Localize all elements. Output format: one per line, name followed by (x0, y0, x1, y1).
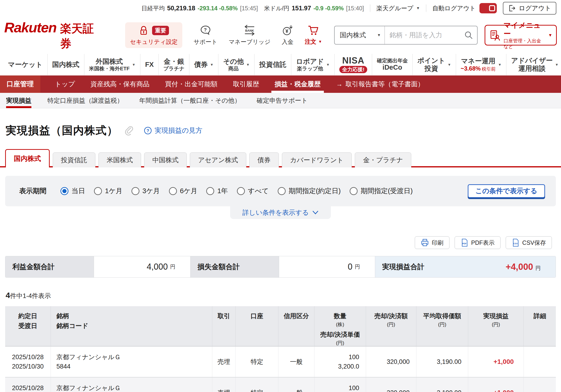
rate-note: 税引前 (482, 66, 496, 72)
loss-total-label: 損失金額合計 (191, 256, 279, 277)
caret-down-icon: ▼ (132, 63, 135, 66)
nav-other-products[interactable]: その他商品 ▼ (218, 54, 254, 75)
radio-dot (169, 187, 177, 195)
tab-us-stock[interactable]: 米国株式 (98, 152, 141, 167)
search-category-select[interactable]: 国内株式 ▼ (335, 26, 385, 44)
subtab-annual-pl-calc[interactable]: 年間損益計算（一般口座・その他） (139, 93, 241, 108)
period-options: 当日 1ケ月 3ケ月 6ケ月 1年 すべて 期間指定(約定日) 期間指定(受渡日… (60, 186, 413, 196)
nav-foreign-stock[interactable]: 外国株式米国株・海外ETF ▼ (84, 54, 140, 75)
detailed-conditions-label: 詳しい条件を表示する (242, 208, 309, 217)
export-actions: 印刷 PDF PDF表示 CSV CSV保存 (0, 236, 552, 249)
nav-mutual-funds[interactable]: 投資信託 (254, 54, 291, 75)
result-count: 4件中1-4件表示 (6, 291, 561, 300)
tab-gold-platinum[interactable]: 金・プラチナ (355, 152, 411, 167)
top-utility-bar: 日経平均 50,219.18 -293.14 -0.58% [15:45] 米ド… (0, 0, 561, 16)
rakuten-group-menu[interactable]: 楽天グループ ▼ (376, 4, 420, 12)
paperclip-icon (124, 125, 134, 136)
radio-range-settle-date[interactable]: 期間指定(受渡日) (350, 186, 413, 196)
radio-dot (278, 187, 286, 195)
tab-covered-warrants[interactable]: カバードワラント (282, 152, 352, 167)
logo-shoken: 楽天証券 (60, 21, 100, 51)
moneybridge-link[interactable]: BANK マネーブリッジ (229, 25, 271, 46)
header-quick-links: 重要 セキュリティ設定 ? サポート BANK マネーブリッジ ¥ 入金 (125, 22, 322, 48)
radio-3months[interactable]: 3ケ月 (131, 186, 160, 196)
account-nav-balance[interactable]: 資産残高・保有商品 (90, 76, 150, 93)
tab-mutual-funds[interactable]: 投資信託 (53, 152, 95, 167)
nav-ideco[interactable]: 確定拠出年金iDeCo (372, 54, 412, 75)
logout-button[interactable]: ログアウト (503, 2, 556, 14)
subtab-realized-pl[interactable]: 実現損益 (6, 93, 32, 108)
question-circle-icon: ? (144, 127, 152, 135)
caret-down-icon: ▼ (210, 63, 214, 66)
support-link[interactable]: ? サポート (194, 25, 217, 46)
page-title: 実現損益（国内株式） (6, 123, 118, 138)
cell-margin-type: 一般 (278, 346, 314, 377)
tab-asean-stock[interactable]: アセアン株式 (190, 152, 246, 167)
print-button[interactable]: 印刷 (415, 236, 449, 249)
account-nav-trade-history[interactable]: 取引履歴 (233, 76, 259, 93)
apply-filter-button[interactable]: この条件で表示する (468, 184, 545, 198)
radio-dot (206, 187, 214, 195)
auto-logout-toggle[interactable] (479, 3, 497, 13)
account-nav-pl-tax-history[interactable]: 損益・税金履歴 (275, 76, 321, 93)
account-nav-items: トップ 資産残高・保有商品 買付・出金可能額 取引履歴 損益・税金履歴 → 取引… (40, 76, 424, 93)
usdjpy-change: -0.9 -0.59% (313, 5, 344, 12)
nav-roboadvisor[interactable]: ロボアド楽ラップ他 ▼ (291, 54, 334, 75)
chevron-down-icon (312, 210, 319, 215)
account-nav-trade-reports[interactable]: → 取引報告書等（電子書面） (336, 76, 424, 93)
radio-today[interactable]: 当日 (60, 186, 85, 196)
tab-bonds[interactable]: 債券 (249, 152, 279, 167)
csv-button[interactable]: CSV CSV保存 (506, 236, 552, 249)
nav-nisa[interactable]: NISA全力応援! (334, 54, 372, 75)
cell-trade: 売埋 (212, 346, 236, 377)
title-row: 実現損益（国内株式） ? 実現損益の見方 (6, 123, 561, 138)
order-menu[interactable]: 注文 ▼ (305, 25, 322, 45)
rate-value: ~3.68% (461, 65, 481, 72)
printer-icon (421, 239, 429, 247)
svg-text:CSV: CSV (513, 242, 518, 245)
radio-1year[interactable]: 1年 (206, 186, 228, 196)
tab-china-stock[interactable]: 中国株式 (144, 152, 187, 167)
pdf-icon: PDF (461, 239, 468, 247)
profit-total-label: 利益金額合計 (5, 256, 94, 277)
radio-dot (350, 187, 358, 195)
my-menu-button[interactable]: マイメニュー 口座管理・入出金など ▼ (485, 25, 557, 45)
table-header-row: 約定日受渡日 銘柄銘柄コード 取引 口座 信用区分 数量(株) 売却/決済単価(… (5, 306, 556, 346)
nav-bonds[interactable]: 債券 ▼ (189, 54, 218, 75)
radio-all[interactable]: すべて (237, 186, 269, 196)
radio-range-trade-date[interactable]: 期間指定(約定日) (278, 186, 341, 196)
account-nav-top[interactable]: トップ (55, 76, 75, 93)
nav-point-invest[interactable]: ポイント投資 ▼ (412, 54, 456, 75)
rakuten-group-label: 楽天グループ (376, 4, 413, 12)
col-avg-cost: 平均取得価額(円) (416, 306, 468, 346)
radio-1month[interactable]: 1ケ月 (94, 186, 123, 196)
search-icon[interactable] (464, 31, 473, 40)
subtab-tax-filing-support[interactable]: 確定申告サポート (257, 93, 308, 108)
my-menu-icon (489, 30, 500, 41)
subtab-specific-account-pl[interactable]: 特定口座損益（譲渡益税） (47, 93, 123, 108)
detailed-conditions-toggle[interactable]: 詳しい条件を表示する (230, 206, 331, 219)
deposit-link[interactable]: ¥ 入金 (282, 25, 293, 46)
lock-icon (139, 25, 149, 36)
nav-domestic-stock[interactable]: 国内株式 (47, 54, 84, 75)
caret-down-icon: ▼ (498, 63, 501, 66)
pdf-label: PDF表示 (471, 239, 495, 247)
nav-fx[interactable]: FX (140, 54, 158, 75)
security-settings-link[interactable]: 重要 セキュリティ設定 (125, 22, 182, 48)
search-input[interactable] (385, 32, 464, 39)
pl-sub-tabs: 実現損益 特定口座損益（譲渡益税） 年間損益計算（一般口座・その他） 確定申告サ… (0, 93, 561, 108)
pdf-button[interactable]: PDF PDF表示 (455, 236, 501, 249)
nav-gold-platinum[interactable]: 金・銀プラチナ (158, 54, 189, 75)
account-nav-buying-power[interactable]: 買付・出金可能額 (165, 76, 217, 93)
caret-down-icon: ▼ (448, 63, 451, 66)
nav-market[interactable]: マーケット (3, 54, 47, 75)
svg-text:?: ? (204, 27, 207, 32)
divider (426, 4, 426, 12)
account-nav-root[interactable]: 口座管理 (0, 76, 40, 93)
nav-money-management[interactable]: マネー運用~3.68%税引前 ▼ (456, 54, 506, 75)
nav-advisor[interactable]: アドバイザー運用相談 ▼ (506, 54, 561, 75)
rakuten-securities-logo[interactable]: Rakuten 楽天証券 (4, 20, 99, 51)
tab-domestic-stock[interactable]: 国内株式 (5, 149, 50, 167)
radio-6months[interactable]: 6ケ月 (169, 186, 197, 196)
help-link[interactable]: ? 実現損益の見方 (144, 126, 203, 135)
